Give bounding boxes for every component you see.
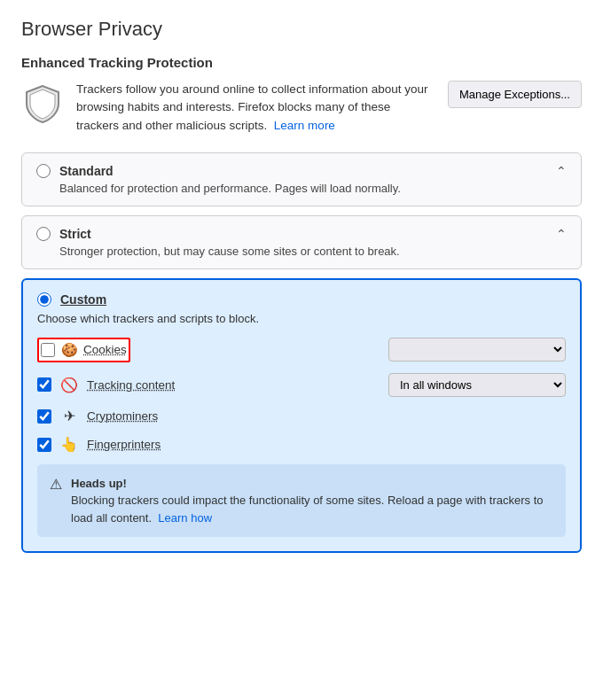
strict-chevron-icon: ⌃ [556,227,567,241]
heads-up-body: Blocking trackers could impact the funct… [71,494,544,525]
cookies-row: 🍪 Cookies [37,338,566,362]
fingerprinters-row: 👆 Fingerprinters [37,436,566,454]
strict-description: Stronger protection, but may cause some … [36,245,567,258]
shield-icon [21,82,64,125]
standard-radio[interactable] [36,164,51,178]
cryptominers-icon: ✈ [60,408,78,425]
cookies-icon: 🍪 [60,341,78,359]
strict-option-card: Strict ⌃ Stronger protection, but may ca… [21,215,582,269]
warning-icon: ⚠ [50,476,62,493]
etp-description: Trackers follow you around online to col… [76,81,435,135]
cryptominers-checkbox[interactable] [37,409,51,424]
standard-description: Balanced for protection and performance.… [36,182,567,195]
fingerprinters-checkbox[interactable] [37,438,51,452]
tracking-content-row: 🚫 Tracking content In all windows Only i… [37,373,566,397]
custom-description: Choose which trackers and scripts to blo… [37,312,566,325]
strict-option-header: Strict ⌃ [36,227,567,241]
heads-up-title: Heads up! [71,477,127,490]
custom-option-card: Custom Choose which trackers and scripts… [21,278,582,554]
etp-heading: Enhanced Tracking Protection [21,55,582,70]
tracking-content-select[interactable]: In all windows Only in private windows [388,373,566,397]
cryptominers-row: ✈ Cryptominers [37,408,566,425]
standard-option-header: Standard ⌃ [36,164,567,178]
learn-more-link[interactable]: Learn more [274,119,335,132]
custom-label[interactable]: Custom [60,292,106,307]
strict-label[interactable]: Strict [59,227,91,241]
heads-up-text: Heads up! Blocking trackers could impact… [71,475,553,527]
tracking-content-label[interactable]: Tracking content [87,378,380,392]
manage-exceptions-button[interactable]: Manage Exceptions... [448,81,582,108]
heads-up-box: ⚠ Heads up! Blocking trackers could impa… [37,464,566,538]
standard-label[interactable]: Standard [59,164,114,178]
tracking-content-checkbox[interactable] [37,377,51,392]
fingerprinters-icon: 👆 [60,436,78,454]
cookies-dropdown-wrapper [388,338,566,362]
learn-how-link[interactable]: Learn how [158,511,212,525]
custom-radio[interactable] [37,292,51,307]
tracking-content-icon: 🚫 [60,376,78,393]
standard-option-card: Standard ⌃ Balanced for protection and p… [21,152,582,206]
page-title: Browser Privacy [21,18,582,41]
custom-option-header: Custom [37,292,566,307]
fingerprinters-label[interactable]: Fingerprinters [87,438,566,451]
tracking-content-dropdown-wrapper: In all windows Only in private windows [388,373,566,397]
cookies-select[interactable] [388,338,566,362]
strict-radio[interactable] [36,227,51,241]
cryptominers-label[interactable]: Cryptominers [87,409,566,423]
cookies-checkbox[interactable] [41,343,55,357]
standard-chevron-icon: ⌃ [556,164,567,178]
cookies-checkbox-wrapper: 🍪 Cookies [37,338,130,362]
etp-section: Trackers follow you around online to col… [21,81,582,135]
cookies-label[interactable]: Cookies [83,343,127,356]
